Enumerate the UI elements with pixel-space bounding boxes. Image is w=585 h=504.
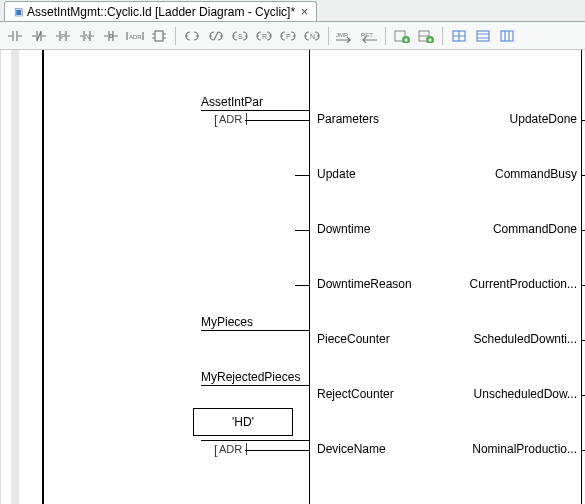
ladder-canvas[interactable]: ParametersUpdateDoneAssetIntParADRUpdate… [0,50,585,504]
toolbar-separator [328,27,329,45]
variable-label[interactable]: MyRejectedPieces [201,370,300,384]
coil-button[interactable] [181,25,203,47]
wire [201,330,309,331]
contact-p-button[interactable]: P [52,25,74,47]
block-left-edge [309,50,310,504]
input-port-label: RejectCounter [317,387,394,401]
adr-marker: ADR [219,443,242,455]
wire [201,440,309,441]
input-port-label: PieceCounter [317,332,390,346]
input-port-label: Parameters [317,112,379,126]
wire [245,120,309,121]
not-button[interactable] [100,25,122,47]
constant-box[interactable]: 'HD' [193,408,293,436]
output-port-label: CommandDone [493,222,577,236]
svg-text:S: S [238,33,243,40]
toolbar-separator [442,27,443,45]
ladder-file-icon: ▣ [13,7,23,17]
output-port-label: UnscheduledDow... [474,387,577,401]
svg-point-2 [110,34,113,37]
svg-text:RET: RET [361,32,373,38]
wire [201,110,309,111]
toolbar-separator [175,27,176,45]
input-port-label: Update [317,167,356,181]
ncoil2-button[interactable]: N [301,25,323,47]
svg-text:P: P [61,33,66,40]
add-segment-button[interactable] [391,25,413,47]
variable-label[interactable]: AssetIntPar [201,95,263,109]
wire-stub [295,285,309,286]
wire-stub [295,230,309,231]
editor-tab[interactable]: ▣ AssetIntMgmt::Cyclic.ld [Ladder Diagra… [4,1,317,21]
svg-text:ADR: ADR [129,34,142,40]
gutter [11,50,19,504]
svg-rect-17 [501,31,513,41]
output-port-label: CurrentProduction... [470,277,577,291]
svg-text:N: N [310,33,315,40]
wire-stub [295,175,309,176]
wire-stub [581,450,585,451]
ncoil-button[interactable] [205,25,227,47]
add-segment2-button[interactable] [415,25,437,47]
adr-marker: ADR [219,113,242,125]
svg-rect-16 [477,31,489,41]
wire-stub [581,120,585,121]
wire-stub [581,230,585,231]
rcoil-button[interactable]: R [253,25,275,47]
tab-bar: ▣ AssetIntMgmt::Cyclic.ld [Ladder Diagra… [0,0,585,22]
input-port-label: DeviceName [317,442,386,456]
toolbar-separator [385,27,386,45]
tab-title: AssetIntMgmt::Cyclic.ld [Ladder Diagram … [27,5,295,19]
input-port-label: Downtime [317,222,370,236]
svg-text:N: N [85,33,90,40]
scoil-button[interactable]: S [229,25,251,47]
grid3-button[interactable] [496,25,518,47]
left-rail [42,50,44,504]
wire-stub [581,340,585,341]
jmp-button[interactable]: JMP [334,25,356,47]
block-right-edge [581,50,582,504]
wire [245,450,309,451]
variable-label[interactable]: MyPieces [201,315,253,329]
wire-stub [581,175,585,176]
svg-rect-4 [155,31,163,41]
output-port-label: CommandBusy [495,167,577,181]
svg-text:P: P [286,33,291,40]
contact-nc-button[interactable] [28,25,50,47]
contact-n-button[interactable]: N [76,25,98,47]
close-icon[interactable]: × [299,5,308,19]
ret-button[interactable]: RET [358,25,380,47]
grid2-button[interactable] [472,25,494,47]
wire-stub [581,285,585,286]
contact-no-button[interactable] [4,25,26,47]
wire [201,385,309,386]
grid1-button[interactable] [448,25,470,47]
output-port-label: NominalProductio... [472,442,577,456]
adr-button[interactable]: ADR [124,25,146,47]
output-port-label: ScheduledDownti... [474,332,577,346]
svg-text:JMP: JMP [336,32,348,38]
input-port-label: DowntimeReason [317,277,412,291]
wire-stub [581,395,585,396]
output-port-label: UpdateDone [510,112,577,126]
fb-button[interactable] [148,25,170,47]
pcoil-button[interactable]: P [277,25,299,47]
svg-text:R: R [262,33,267,40]
ladder-toolbar: P N ADR S R P N JMP RET [0,22,585,50]
